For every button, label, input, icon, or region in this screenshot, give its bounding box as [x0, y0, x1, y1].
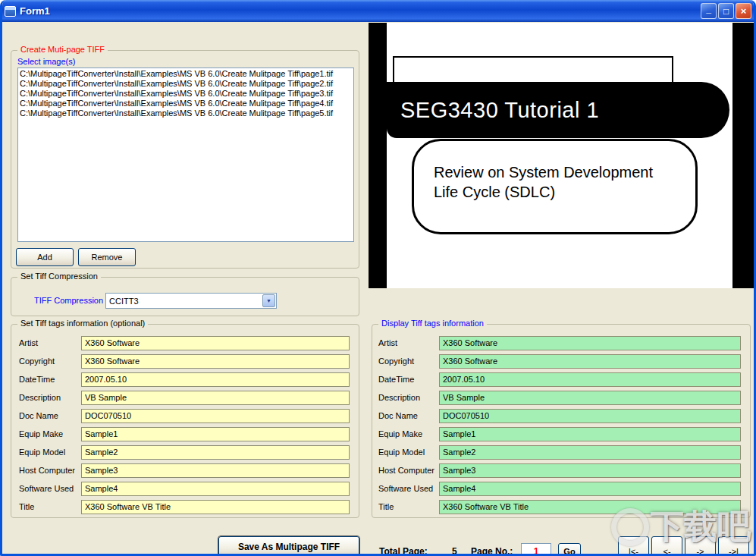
app-icon — [5, 6, 16, 17]
tag-row: Title X360 Software VB Title — [378, 498, 741, 516]
tag-row: DateTime 2007.05.10 — [378, 370, 741, 388]
equip-model-value: Sample2 — [439, 445, 741, 460]
tag-rows: Artist Copyright DateTime Description Do… — [19, 334, 350, 516]
minimize-icon: _ — [706, 4, 711, 14]
artist-input[interactable] — [81, 336, 350, 350]
tag-row: Doc Name — [19, 407, 350, 425]
list-item[interactable]: C:\MultipageTiffConverter\Install\Exampl… — [20, 108, 352, 118]
tag-label: DateTime — [19, 375, 81, 384]
tag-label: Equip Model — [378, 448, 439, 457]
tag-row: Doc Name DOC070510 — [378, 407, 741, 425]
tiff-preview-image: SEG3430 Tutorial 1 Review on System Deve… — [369, 23, 756, 288]
host-computer-value: Sample3 — [439, 463, 741, 478]
tag-row: Description VB Sample — [378, 388, 741, 407]
tag-label: Title — [378, 502, 439, 511]
tags-group-label: Set Tiff tags information (optional) — [17, 319, 148, 328]
nav-last-button[interactable]: ->| — [718, 536, 749, 556]
tag-row: Host Computer Sample3 — [378, 461, 741, 479]
tag-label: Host Computer — [19, 466, 81, 475]
tag-row: Equip Make Sample1 — [378, 425, 741, 443]
list-item[interactable]: C:\MultipageTiffConverter\Install\Exampl… — [20, 69, 352, 79]
tag-label: Description — [19, 393, 81, 402]
tag-row: Artist X360 Software — [378, 334, 741, 352]
tiff-compression-label: TIFF Compression — [34, 296, 103, 305]
create-group-label: Create Muti-page TIFF — [17, 45, 108, 54]
tag-label: Doc Name — [19, 411, 81, 420]
save-as-multipage-tiff-button[interactable]: Save As Multipage TIFF — [218, 536, 359, 556]
software-used-input[interactable] — [81, 482, 350, 496]
tag-row: Title — [19, 498, 350, 516]
titlebar: Form1 _ □ × — [0, 0, 756, 22]
doc-name-input[interactable] — [81, 409, 350, 423]
equip-make-value: Sample1 — [439, 427, 741, 441]
display-group-label: Display Tiff tags information — [378, 319, 487, 328]
host-computer-input[interactable] — [81, 463, 350, 478]
tag-row: Software Used — [19, 479, 350, 498]
tag-label: Software Used — [378, 484, 439, 493]
tiff-compression-group: Set Tiff Compression TIFF Compression CC… — [11, 277, 359, 316]
title-value: X360 Software VB Title — [439, 500, 741, 514]
tag-label: Equip Make — [378, 429, 439, 438]
doc-name-value: DOC070510 — [439, 409, 741, 423]
set-tiff-tags-group: Set Tiff tags information (optional) Art… — [11, 324, 359, 518]
go-button[interactable]: Go — [558, 543, 581, 556]
list-item[interactable]: C:\MultipageTiffConverter\Install\Exampl… — [20, 79, 352, 89]
list-item[interactable]: C:\MultipageTiffConverter\Install\Exampl… — [20, 89, 352, 99]
chevron-down-icon[interactable]: ▼ — [262, 294, 275, 307]
copyright-input[interactable] — [81, 354, 350, 369]
add-button[interactable]: Add — [16, 248, 74, 266]
maximize-button[interactable]: □ — [718, 3, 734, 19]
file-listbox[interactable]: C:\MultipageTiffConverter\Install\Exampl… — [17, 68, 354, 242]
compression-dropdown[interactable]: CCITT3 ▼ — [105, 293, 277, 309]
equip-make-input[interactable] — [81, 427, 350, 441]
compression-selected-value: CCITT3 — [106, 297, 262, 306]
page-number-input[interactable] — [521, 543, 551, 556]
tag-label: Software Used — [19, 484, 81, 493]
close-button[interactable]: × — [736, 3, 751, 19]
slide-title: SEG3430 Tutorial 1 — [400, 98, 599, 123]
tag-label: DateTime — [378, 375, 439, 384]
tag-row: Equip Model Sample2 — [378, 443, 741, 461]
software-used-value: Sample4 — [439, 482, 741, 496]
nav-next-button[interactable]: -> — [685, 536, 716, 556]
tag-row: Copyright X360 Software — [378, 352, 741, 370]
tag-label: Description — [378, 393, 439, 402]
tag-row: Description — [19, 388, 350, 407]
datetime-input[interactable] — [81, 372, 350, 387]
page-navigation: |<- <- -> ->| — [618, 536, 749, 556]
tag-label: Copyright — [378, 357, 439, 366]
nav-prev-button[interactable]: <- — [651, 536, 682, 556]
window-controls: _ □ × — [699, 3, 751, 19]
description-input[interactable] — [81, 391, 350, 405]
tag-row: DateTime — [19, 370, 350, 388]
tag-row: Equip Make — [19, 425, 350, 443]
title-input[interactable] — [81, 500, 350, 514]
window-title: Form1 — [20, 5, 50, 17]
remove-button[interactable]: Remove — [78, 248, 136, 266]
slide-body-box: Review on System Development Life Cycle … — [412, 139, 698, 234]
list-item[interactable]: C:\MultipageTiffConverter\Install\Exampl… — [20, 99, 352, 108]
form1-window: Form1 _ □ × Create Muti-page TIFF Select… — [0, 0, 756, 556]
total-page-value: 5 — [452, 546, 457, 556]
tag-label: Artist — [378, 338, 439, 347]
client-area: Create Muti-page TIFF Select image(s) C:… — [2, 22, 754, 554]
minimize-button[interactable]: _ — [701, 3, 717, 19]
slide-body-text: Review on System Development Life Cycle … — [434, 164, 653, 200]
datetime-value: 2007.05.10 — [439, 372, 741, 387]
copyright-value: X360 Software — [439, 354, 741, 369]
tag-row: Equip Model — [19, 443, 350, 461]
tag-label: Artist — [19, 338, 81, 347]
tag-row: Software Used Sample4 — [378, 479, 741, 498]
slide-canvas: SEG3430 Tutorial 1 Review on System Deve… — [387, 23, 732, 288]
tag-row: Artist — [19, 334, 350, 352]
tag-label: Equip Model — [19, 448, 81, 457]
artist-value: X360 Software — [439, 336, 741, 350]
create-multipage-tiff-group: Create Muti-page TIFF Select image(s) C:… — [11, 50, 359, 269]
tag-label: Title — [19, 502, 81, 511]
equip-model-input[interactable] — [81, 445, 350, 460]
tag-label: Host Computer — [378, 466, 439, 475]
tag-row: Copyright — [19, 352, 350, 370]
close-icon: × — [741, 5, 747, 17]
nav-first-button[interactable]: |<- — [618, 536, 649, 556]
select-images-label: Select image(s) — [17, 57, 75, 66]
